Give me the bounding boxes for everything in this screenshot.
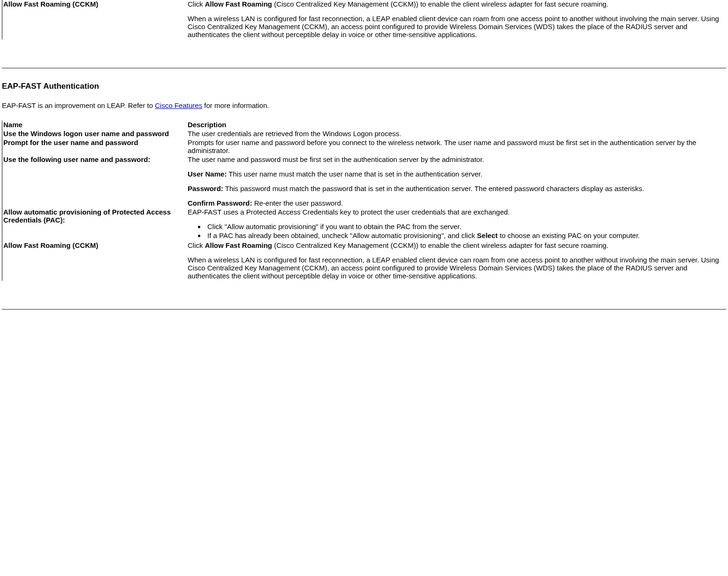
header-desc-cell: Description: [186, 121, 726, 130]
desc-paragraph: User Name: This user name must match the…: [188, 170, 724, 178]
row-desc-cell: Prompts for user name and password befor…: [186, 138, 726, 155]
row-desc-cell: The user credentials are retrieved from …: [186, 130, 726, 138]
table-row: Use the Windows logon user name and pass…: [2, 130, 726, 138]
list-item: If a PAC has already been obtained, unch…: [205, 231, 724, 239]
row-name-cell: Prompt for the user name and password: [2, 138, 186, 155]
table-row: Allow Fast Roaming (CCKM) Click Allow Fa…: [2, 241, 726, 281]
row-name-cell: Allow Fast Roaming (CCKM): [2, 0, 186, 39]
desc-paragraph: Click Allow Fast Roaming (Cisco Centrali…: [188, 0, 724, 8]
intro-paragraph: EAP-FAST is an improvement on LEAP. Refe…: [2, 101, 726, 109]
row-desc-cell: Click Allow Fast Roaming (Cisco Centrali…: [186, 241, 726, 281]
table-row: Use the following user name and password…: [2, 155, 726, 208]
desc-paragraph: When a wireless LAN is configured for fa…: [188, 256, 724, 280]
section-divider: [2, 309, 726, 310]
row-name-cell: Allow Fast Roaming (CCKM): [2, 241, 186, 281]
eap-fast-table: Name Description Use the Windows logon u…: [2, 121, 726, 281]
table-row: Allow Fast Roaming (CCKM) Click Allow Fa…: [2, 0, 727, 39]
row-desc-cell: Click Allow Fast Roaming (Cisco Centrali…: [186, 0, 726, 39]
table-row: Allow automatic provisioning of Protecte…: [2, 208, 726, 241]
list-item: Click "Allow automatic provisioning" if …: [205, 223, 724, 230]
row-desc-cell: EAP-FAST uses a Protected Access Credent…: [186, 208, 726, 241]
header-name-cell: Name: [2, 121, 186, 130]
row-name-cell: Use the Windows logon user name and pass…: [2, 130, 186, 138]
desc-paragraph: Password: This password must match the p…: [188, 184, 724, 192]
table-header-row: Name Description: [2, 121, 726, 130]
top-table: Allow Fast Roaming (CCKM) Click Allow Fa…: [2, 0, 726, 39]
cisco-features-link[interactable]: Cisco Features: [155, 101, 202, 109]
section-divider: [2, 68, 726, 69]
table-row: Prompt for the user name and password Pr…: [2, 138, 726, 155]
row-desc-cell: The user name and password must be first…: [186, 155, 726, 208]
desc-list: Click "Allow automatic provisioning" if …: [188, 223, 724, 239]
row-name-cell: Use the following user name and password…: [2, 155, 186, 208]
row-name-cell: Allow automatic provisioning of Protecte…: [2, 208, 186, 241]
desc-paragraph: Confirm Password: Re-enter the user pass…: [188, 199, 724, 207]
desc-paragraph: Click Allow Fast Roaming (Cisco Centrali…: [188, 241, 724, 249]
desc-paragraph: EAP-FAST uses a Protected Access Credent…: [188, 208, 724, 216]
desc-paragraph: When a wireless LAN is configured for fa…: [188, 15, 724, 38]
section-heading: EAP-FAST Authentication: [2, 82, 726, 91]
desc-paragraph: The user name and password must be first…: [188, 155, 724, 163]
